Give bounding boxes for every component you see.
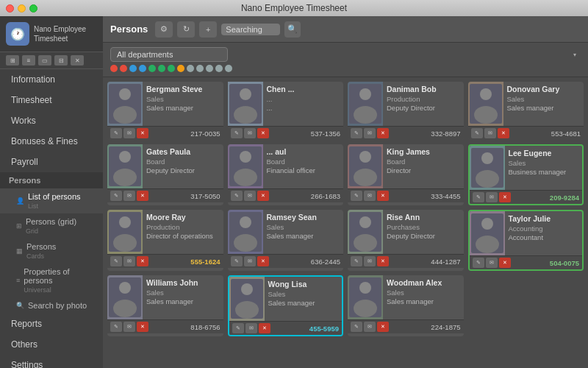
- color-dot-4[interactable]: [139, 65, 146, 72]
- sidebar-sub-list-persons[interactable]: 👤 List of personsList: [0, 188, 103, 213]
- person-card[interactable]: Chen ... ... ... ✎ ✉ ✕ 537-1356: [228, 82, 344, 140]
- edit-button[interactable]: ✎: [351, 128, 362, 138]
- color-dot-11[interactable]: [206, 65, 213, 72]
- color-dot-9[interactable]: [187, 65, 194, 72]
- person-card[interactable]: Bergman Steve Sales Sales manager ✎ ✉ ✕ …: [107, 82, 223, 140]
- edit-button[interactable]: ✎: [473, 258, 484, 268]
- delete-button[interactable]: ✕: [137, 128, 148, 138]
- edit-button[interactable]: ✎: [231, 256, 243, 266]
- close-button[interactable]: [6, 4, 14, 13]
- sidebar-icon-4[interactable]: ⊟: [54, 55, 68, 66]
- edit-button[interactable]: ✎: [110, 322, 122, 332]
- email-button[interactable]: ✉: [364, 322, 376, 332]
- sidebar-item-payroll[interactable]: Payroll: [0, 152, 103, 172]
- edit-button[interactable]: ✎: [110, 256, 122, 266]
- sidebar-item-bonuses[interactable]: Bonuses & Fines: [0, 131, 103, 152]
- sidebar-item-settings[interactable]: Settings: [0, 355, 103, 368]
- sidebar-icon-5[interactable]: ✕: [71, 55, 84, 66]
- email-button[interactable]: ✉: [123, 191, 135, 201]
- color-dot-2[interactable]: [120, 65, 127, 72]
- edit-button[interactable]: ✎: [231, 191, 243, 201]
- email-button[interactable]: ✉: [486, 258, 498, 268]
- edit-button[interactable]: ✎: [471, 128, 483, 138]
- email-button[interactable]: ✉: [123, 256, 135, 266]
- sidebar-icon-2[interactable]: ≡: [22, 55, 35, 66]
- sidebar-icon-3[interactable]: ▭: [38, 55, 51, 66]
- person-card[interactable]: Moore Ray Production Director of operati…: [107, 210, 223, 271]
- person-card[interactable]: Woodman Alex Sales Sales manager ✎ ✉ ✕ 2…: [348, 275, 464, 336]
- email-button[interactable]: ✉: [244, 256, 256, 266]
- delete-button[interactable]: ✕: [377, 256, 389, 266]
- edit-button[interactable]: ✎: [110, 191, 122, 201]
- delete-button[interactable]: ✕: [137, 256, 148, 266]
- person-card[interactable]: Taylor Julie Accounting Accountant ✎ ✉ ✕…: [468, 210, 584, 271]
- delete-button[interactable]: ✕: [137, 322, 148, 332]
- color-dot-12[interactable]: [215, 65, 223, 72]
- email-button[interactable]: ✉: [484, 128, 496, 138]
- delete-button[interactable]: ✕: [377, 322, 389, 332]
- person-card[interactable]: ... aul Board Financial officer ✎ ✉ ✕ 26…: [228, 144, 344, 205]
- person-card[interactable]: King James Board Director ✎ ✉ ✕ 333-4455: [348, 144, 464, 205]
- email-button[interactable]: ✉: [244, 191, 256, 201]
- edit-button[interactable]: ✎: [351, 256, 362, 266]
- color-dot-7[interactable]: [168, 65, 175, 72]
- color-dot-5[interactable]: [148, 65, 156, 72]
- minimize-button[interactable]: [18, 4, 26, 13]
- edit-button[interactable]: ✎: [351, 322, 362, 332]
- delete-button[interactable]: ✕: [498, 128, 509, 138]
- email-button[interactable]: ✉: [364, 256, 376, 266]
- edit-button[interactable]: ✎: [232, 323, 244, 333]
- color-dot-6[interactable]: [158, 65, 165, 72]
- sidebar-item-reports[interactable]: Reports: [0, 314, 103, 334]
- email-button[interactable]: ✉: [486, 192, 498, 202]
- refresh-button[interactable]: ↻: [177, 21, 195, 38]
- color-dot-8[interactable]: [177, 65, 184, 72]
- delete-button[interactable]: ✕: [259, 323, 270, 333]
- department-select-wrapper[interactable]: All departments ▾: [110, 47, 581, 62]
- sidebar-item-timesheet[interactable]: Timesheet: [0, 90, 103, 110]
- delete-button[interactable]: ✕: [257, 256, 269, 266]
- email-button[interactable]: ✉: [123, 128, 135, 138]
- email-button[interactable]: ✉: [123, 322, 135, 332]
- sidebar-item-information[interactable]: Information: [0, 69, 103, 90]
- delete-button[interactable]: ✕: [499, 258, 511, 268]
- person-card[interactable]: Williams John Sales Sales manager ✎ ✉ ✕ …: [107, 275, 223, 336]
- edit-button[interactable]: ✎: [231, 128, 243, 138]
- person-card[interactable]: Rise Ann Purchases Deputy Director ✎ ✉ ✕…: [348, 210, 464, 271]
- email-button[interactable]: ✉: [364, 128, 376, 138]
- color-dot-1[interactable]: [110, 65, 118, 72]
- color-dot-10[interactable]: [196, 65, 204, 72]
- sidebar-sub-search-photo[interactable]: 🔍 Search by photo: [0, 297, 103, 314]
- sidebar-sub-persons-grid[interactable]: ⊞ Persons (grid)Grid: [0, 213, 103, 238]
- delete-button[interactable]: ✕: [257, 191, 269, 201]
- edit-button[interactable]: ✎: [351, 191, 362, 201]
- delete-button[interactable]: ✕: [377, 128, 389, 138]
- person-card[interactable]: Donovan Gary Sales Sales manager ✎ ✉ ✕ 5…: [468, 82, 584, 140]
- sidebar-item-persons[interactable]: Persons: [0, 172, 103, 188]
- delete-button[interactable]: ✕: [377, 191, 389, 201]
- email-button[interactable]: ✉: [364, 191, 376, 201]
- person-card[interactable]: Gates Paula Board Deputy Director ✎ ✉ ✕ …: [107, 144, 223, 205]
- color-dot-3[interactable]: [129, 65, 137, 72]
- delete-button[interactable]: ✕: [499, 192, 511, 202]
- delete-button[interactable]: ✕: [257, 128, 269, 138]
- sidebar-sub-persons-cards[interactable]: ▦ PersonsCards: [0, 238, 103, 263]
- edit-button[interactable]: ✎: [473, 192, 484, 202]
- add-button[interactable]: +: [199, 21, 217, 38]
- person-card[interactable]: Lee Eugene Sales Business manager ✎ ✉ ✕ …: [468, 144, 584, 205]
- department-select[interactable]: All departments: [110, 47, 228, 62]
- edit-button[interactable]: ✎: [110, 128, 122, 138]
- sidebar-item-works[interactable]: Works: [0, 110, 103, 131]
- search-submit-button[interactable]: 🔍: [284, 21, 301, 38]
- delete-button[interactable]: ✕: [137, 191, 148, 201]
- email-button[interactable]: ✉: [245, 323, 257, 333]
- filter-button[interactable]: ⚙: [155, 21, 173, 38]
- sidebar-icon-1[interactable]: ⊞: [6, 55, 19, 66]
- color-dot-13[interactable]: [225, 65, 232, 72]
- search-box[interactable]: Searching: [221, 24, 280, 35]
- zoom-button[interactable]: [29, 4, 37, 13]
- sidebar-sub-properties[interactable]: ≡ Properties of personsUniversal: [0, 263, 103, 297]
- sidebar-item-others[interactable]: Others: [0, 334, 103, 355]
- person-card[interactable]: Ramsey Sean Sales Sales manager ✎ ✉ ✕ 63…: [228, 210, 344, 271]
- email-button[interactable]: ✉: [244, 128, 256, 138]
